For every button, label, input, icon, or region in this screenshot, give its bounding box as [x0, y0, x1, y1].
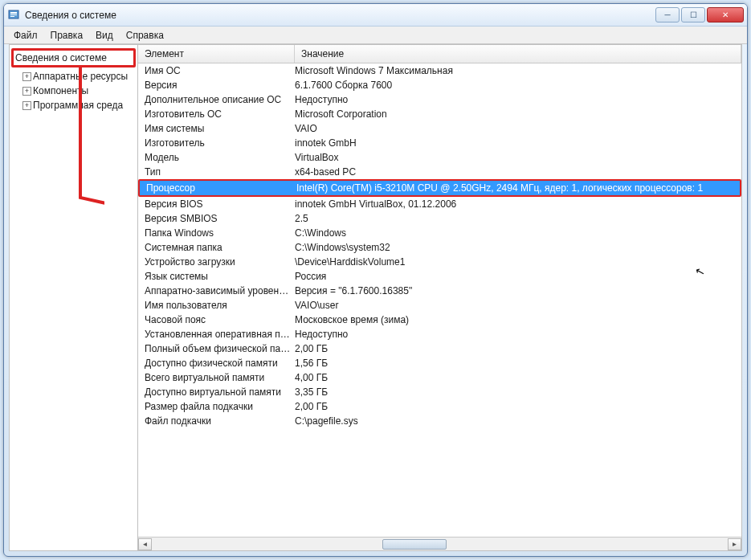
cell-element: Доступно физической памяти: [138, 358, 295, 369]
menubar: Файл Правка Вид Справка: [4, 27, 747, 44]
plus-icon[interactable]: +: [22, 101, 31, 110]
list-row[interactable]: Язык системыРоссия: [138, 269, 741, 284]
cell-element: Устройство загрузки: [138, 256, 295, 268]
cell-value: 3,35 ГБ: [295, 386, 741, 398]
svg-rect-1: [10, 12, 17, 14]
list-header: Элемент Значение: [138, 45, 741, 63]
cell-value: VAIO: [295, 123, 741, 134]
tree-item-hardware[interactable]: + Аппаратные ресурсы: [11, 69, 136, 84]
list-row[interactable]: Аппаратно-зависимый уровен…Версия = "6.1…: [138, 284, 741, 298]
cell-element: Полный объем физической па…: [138, 343, 295, 354]
scroll-left-button[interactable]: ◄: [138, 538, 152, 550]
window-buttons: ─ ☐ ✕: [654, 7, 744, 22]
list-row[interactable]: Доступно виртуальной памяти3,35 ГБ: [138, 385, 741, 399]
cell-element: Версия BIOS: [138, 198, 295, 210]
cell-value: C:\Windows: [295, 227, 741, 239]
cell-value: 1,56 ГБ: [295, 358, 741, 369]
cell-value: Недоступно: [295, 94, 741, 105]
cell-element: Системная папка: [138, 242, 295, 253]
list-row[interactable]: Версия SMBIOS2.5: [138, 211, 741, 226]
svg-rect-2: [10, 14, 17, 15]
cell-element: Изготовитель ОС: [138, 108, 295, 120]
close-button[interactable]: ✕: [707, 7, 744, 22]
plus-icon[interactable]: +: [22, 72, 31, 81]
scroll-right-button[interactable]: ►: [728, 538, 741, 550]
cell-element: Установленная оперативная п…: [138, 329, 295, 340]
list-row[interactable]: Имя ОСMicrosoft Windows 7 Максимальная: [138, 63, 741, 78]
cell-value: 2,00 ГБ: [295, 401, 741, 412]
list-row[interactable]: Установленная оперативная п…Недоступно: [138, 327, 741, 341]
menu-view[interactable]: Вид: [89, 28, 120, 43]
menu-edit[interactable]: Правка: [44, 28, 90, 43]
cell-value: innotek GmbH VirtualBox, 01.12.2006: [295, 198, 741, 210]
window-title: Сведения о системе: [25, 10, 654, 21]
column-element[interactable]: Элемент: [138, 45, 295, 63]
list-row[interactable]: Файл подкачкиC:\pagefile.sys: [138, 414, 741, 428]
cell-value: Microsoft Corporation: [295, 108, 741, 120]
cell-value: innotek GmbH: [295, 137, 741, 149]
app-icon: [7, 9, 20, 22]
horizontal-scrollbar: ◄ ►: [138, 537, 741, 550]
list-row[interactable]: ПроцессорIntel(R) Core(TM) i5-3210M CPU …: [138, 179, 741, 197]
cell-element: Доступно виртуальной памяти: [138, 386, 295, 398]
tree-root-label: Сведения о системе: [15, 52, 107, 63]
list-row[interactable]: Доступно физической памяти1,56 ГБ: [138, 356, 741, 370]
list-row[interactable]: Изготовительinnotek GmbH: [138, 136, 741, 150]
cell-value: Недоступно: [295, 329, 741, 340]
cell-value: x64-based PC: [295, 166, 741, 178]
list-row[interactable]: Версия BIOSinnotek GmbH VirtualBox, 01.1…: [138, 197, 741, 211]
list-row[interactable]: Полный объем физической па…2,00 ГБ: [138, 341, 741, 356]
list-row[interactable]: Системная папкаC:\Windows\system32: [138, 240, 741, 255]
cell-element: Модель: [138, 152, 295, 163]
cell-value: Версия = "6.1.7600.16385": [295, 285, 741, 296]
cell-element: Дополнительное описание ОС: [138, 94, 295, 105]
minimize-button[interactable]: ─: [655, 7, 680, 22]
cell-element: Аппаратно-зависимый уровен…: [138, 285, 295, 296]
tree-item-software[interactable]: + Программная среда: [11, 98, 136, 112]
maximize-button[interactable]: ☐: [681, 7, 705, 22]
list-row[interactable]: Размер файла подкачки2,00 ГБ: [138, 399, 741, 414]
list-row[interactable]: Имя пользователяVAIO\user: [138, 298, 741, 313]
svg-rect-3: [10, 16, 14, 17]
menu-file[interactable]: Файл: [7, 28, 44, 43]
list-row[interactable]: Часовой поясМосковское время (зима): [138, 313, 741, 327]
list-row[interactable]: Всего виртуальной памяти4,00 ГБ: [138, 370, 741, 385]
plus-icon[interactable]: +: [22, 87, 31, 96]
list-row[interactable]: Типx64-based PC: [138, 165, 741, 179]
cell-value: Intel(R) Core(TM) i5-3210M CPU @ 2.50GHz…: [296, 181, 740, 195]
cell-value: VAIO\user: [295, 300, 741, 311]
cell-value: 2,00 ГБ: [295, 343, 741, 354]
tree-item-label: Аппаратные ресурсы: [33, 71, 128, 82]
list-row[interactable]: Изготовитель ОСMicrosoft Corporation: [138, 107, 741, 121]
list-row[interactable]: Имя системыVAIO: [138, 121, 741, 136]
cell-value: 6.1.7600 Сборка 7600: [295, 80, 741, 91]
tree-item-components[interactable]: + Компоненты: [11, 84, 136, 98]
tree-root[interactable]: Сведения о системе: [11, 48, 136, 67]
list-row[interactable]: МодельVirtualBox: [138, 150, 741, 165]
cell-element: Всего виртуальной памяти: [138, 372, 295, 383]
list-row[interactable]: Папка WindowsC:\Windows: [138, 226, 741, 240]
cell-value: C:\pagefile.sys: [295, 415, 741, 427]
cell-element: Имя системы: [138, 123, 295, 134]
list-row[interactable]: Дополнительное описание ОСНедоступно: [138, 92, 741, 107]
cell-element: Часовой пояс: [138, 314, 295, 325]
cell-value: C:\Windows\system32: [295, 242, 741, 253]
scroll-thumb[interactable]: [382, 539, 447, 550]
tree-pane: Сведения о системе + Аппаратные ресурсы …: [10, 45, 138, 550]
cell-element: Папка Windows: [138, 227, 295, 239]
cell-element: Файл подкачки: [138, 415, 295, 427]
cell-value: 2.5: [295, 213, 741, 224]
list-row[interactable]: Версия6.1.7600 Сборка 7600: [138, 78, 741, 92]
titlebar[interactable]: Сведения о системе ─ ☐ ✕: [4, 4, 747, 27]
cell-element: Тип: [138, 166, 295, 178]
cell-element: Язык системы: [138, 271, 295, 282]
list-pane: Элемент Значение Имя ОСMicrosoft Windows…: [138, 45, 741, 550]
cell-value: 4,00 ГБ: [295, 372, 741, 383]
menu-help[interactable]: Справка: [120, 28, 170, 43]
list-row[interactable]: Устройство загрузки\Device\HarddiskVolum…: [138, 255, 741, 269]
tree-item-label: Компоненты: [33, 85, 88, 96]
cell-element: Изготовитель: [138, 137, 295, 149]
column-value[interactable]: Значение: [295, 45, 741, 63]
scroll-track[interactable]: [152, 538, 728, 550]
list-body[interactable]: Имя ОСMicrosoft Windows 7 МаксимальнаяВе…: [138, 63, 741, 537]
